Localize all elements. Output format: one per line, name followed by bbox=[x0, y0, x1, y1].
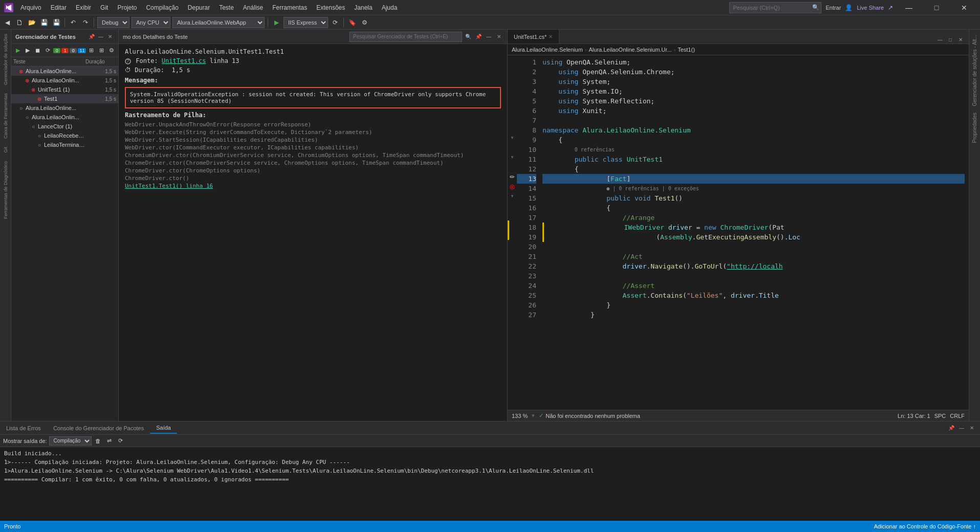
fonte-link[interactable]: UnitTest1.cs bbox=[162, 57, 206, 64]
test-group-btn[interactable]: ⊞ bbox=[97, 46, 106, 55]
config-select[interactable]: Debug bbox=[97, 17, 129, 28]
account-label[interactable]: Entrar bbox=[825, 5, 841, 11]
breadcrumb-item-1[interactable]: Alura.LeilaoOnline.Selenium bbox=[512, 47, 583, 53]
list-item[interactable]: ○ LeilaoTerminaP... bbox=[11, 140, 118, 149]
maximize-button[interactable]: □ bbox=[925, 0, 948, 15]
detail-panel-collapse-btn[interactable]: — bbox=[485, 33, 493, 41]
tab-unittest1[interactable]: UnitTest1.cs* ✕ bbox=[508, 30, 559, 43]
menu-projeto[interactable]: Projeto bbox=[113, 2, 141, 13]
test-settings-btn[interactable]: ⚙ bbox=[107, 46, 116, 55]
detail-panel-search-btn[interactable]: 🔍 bbox=[464, 33, 472, 41]
duracao-row: ⏱ Duração: 1,5 s bbox=[125, 66, 501, 74]
list-item[interactable]: ○ LeilaoRecebeOf... bbox=[11, 131, 118, 140]
test-refresh-btn[interactable]: ⟳ bbox=[43, 46, 53, 55]
test-run-all-btn[interactable]: ▶ bbox=[13, 46, 23, 55]
zoom-level[interactable]: 133 % bbox=[512, 413, 528, 419]
menu-extensoes[interactable]: Extensões bbox=[312, 2, 349, 13]
tab-saida[interactable]: Saída bbox=[150, 423, 177, 434]
toolbar-save-btn[interactable]: 💾 bbox=[39, 17, 49, 28]
toolbar-undo-btn[interactable]: ↶ bbox=[68, 17, 78, 28]
list-item[interactable]: ○ Alura.LeilaoOnline... bbox=[11, 103, 118, 113]
close-button[interactable]: ✕ bbox=[952, 0, 976, 15]
menu-exibir[interactable]: Exibir bbox=[72, 2, 95, 13]
sidebar-ferramentas-diagnostico[interactable]: Ferramentas de Diagnóstico bbox=[2, 157, 9, 223]
code-line: Assert.Contains("Leilões", driver.Title bbox=[542, 291, 965, 300]
test-panel-pin-btn[interactable]: 📌 bbox=[88, 33, 96, 41]
toolbar-save-all-btn[interactable]: 💾 bbox=[51, 17, 61, 28]
list-item[interactable]: ○ LanceCtor (1) bbox=[11, 122, 118, 131]
bottom-close-btn[interactable]: ✕ bbox=[968, 424, 976, 432]
output-word-wrap-btn[interactable]: ⇌ bbox=[105, 436, 114, 446]
sidebar-gerenciador-solucoes[interactable]: Gerenciador de soluções bbox=[2, 30, 9, 89]
menu-janela[interactable]: Janela bbox=[350, 2, 376, 13]
output-source-select[interactable]: Compilação bbox=[49, 436, 92, 446]
editor-close-btn[interactable]: ✕ bbox=[956, 35, 965, 43]
list-item[interactable]: ⊗ Alura.LeilaoOnline... 1,5 s bbox=[11, 66, 118, 76]
tab-lista-erros[interactable]: Lista de Erros bbox=[0, 423, 47, 433]
toolbar-bookmark-btn[interactable]: 🔖 bbox=[347, 17, 357, 28]
list-item[interactable]: ○ Alura.LeilaoOnlin... bbox=[11, 113, 118, 122]
list-item[interactable]: ⊗ Alura.LeilaoOnlin... 1,5 s bbox=[11, 76, 118, 85]
toolbar-open-btn[interactable]: 📂 bbox=[27, 17, 37, 28]
menu-ajuda[interactable]: Ajuda bbox=[378, 2, 402, 13]
menu-analise[interactable]: Análise bbox=[239, 2, 267, 13]
right-label-solucoes[interactable]: Gerenciador de soluções - Alt... bbox=[971, 32, 978, 109]
sidebar-git[interactable]: Git bbox=[2, 143, 9, 157]
test-filter-btn[interactable]: ⊞ bbox=[87, 46, 96, 55]
code-line: using System.IO; bbox=[542, 86, 965, 96]
cursor-position: Ln: 13 Car: 1 bbox=[898, 413, 930, 419]
menu-git[interactable]: Git bbox=[96, 2, 112, 13]
tab-close-btn[interactable]: ✕ bbox=[549, 34, 553, 39]
status-add-source-control[interactable]: Adicionar ao Controle do Código-Fonte ↑ bbox=[874, 523, 976, 529]
stack-link[interactable]: UnitTest1.Test1() linha 16 bbox=[125, 183, 213, 189]
menu-editar[interactable]: Editar bbox=[47, 2, 71, 13]
gutter-fold[interactable]: ▼ bbox=[508, 152, 517, 162]
gutter-fold[interactable]: ▼ bbox=[508, 191, 517, 201]
breadcrumb-item-2[interactable]: Alura.LeilaoOnline.Selenium.Ur... bbox=[589, 47, 671, 53]
test-item-name: Alura.LeilaoOnline... bbox=[26, 105, 85, 111]
menu-teste[interactable]: Teste bbox=[215, 2, 238, 13]
output-clear-btn[interactable]: 🗑 bbox=[94, 436, 103, 446]
editor-collapse-btn[interactable]: — bbox=[936, 35, 944, 43]
cpu-select[interactable]: Any CPU bbox=[132, 17, 170, 28]
detail-panel-pin-btn[interactable]: 📌 bbox=[474, 33, 483, 41]
live-share-label[interactable]: Live Share bbox=[857, 5, 884, 11]
code-content[interactable]: using OpenQA.Selenium; using OpenQA.Sele… bbox=[538, 55, 969, 410]
output-refresh-btn[interactable]: ⟳ bbox=[116, 436, 125, 446]
toolbar-settings-btn[interactable]: ⚙ bbox=[359, 17, 369, 28]
global-search-input[interactable] bbox=[729, 2, 821, 13]
list-item[interactable]: ⊗ Test1 1,5 s bbox=[11, 94, 118, 103]
menu-depurar[interactable]: Depurar bbox=[184, 2, 214, 13]
right-label-propriedades[interactable]: Propriedades bbox=[971, 109, 978, 146]
project-select[interactable]: Alura.LeilaoOnline.WebApp bbox=[172, 17, 265, 28]
toolbar-redo-btn[interactable]: ↷ bbox=[80, 17, 91, 28]
detail-panel-close-btn[interactable]: ✕ bbox=[495, 33, 503, 41]
test-panel-close-btn[interactable]: ✕ bbox=[106, 33, 114, 41]
bottom-collapse-btn[interactable]: — bbox=[957, 424, 966, 432]
server-select[interactable]: IIS Express bbox=[284, 17, 328, 28]
test-run-btn[interactable]: ▶ bbox=[24, 46, 33, 55]
editor-expand-btn[interactable]: □ bbox=[946, 35, 954, 43]
line-ending-label[interactable]: CRLF bbox=[950, 413, 965, 419]
bottom-pin-btn[interactable]: 📌 bbox=[947, 424, 955, 432]
encoding-label[interactable]: SPC bbox=[934, 413, 946, 419]
menu-arquivo[interactable]: Arquivo bbox=[16, 2, 46, 13]
toolbar-play-btn[interactable]: ▶ bbox=[271, 17, 281, 28]
duracao-icon: ⏱ bbox=[125, 66, 131, 74]
sidebar-caixa-ferramentas[interactable]: Caixa de Ferramentas bbox=[2, 89, 9, 143]
list-item[interactable]: ⊗ UnitTest1 (1) 1,5 s bbox=[11, 85, 118, 94]
stack-link-line[interactable]: UnitTest1.Test1() linha 16 bbox=[125, 182, 501, 190]
minimize-button[interactable]: — bbox=[897, 0, 921, 15]
toolbar-new-btn[interactable]: 🗋 bbox=[14, 17, 25, 28]
editor-status-bar: 133 % ▾ ✓ Não foi encontrado nenhum prob… bbox=[508, 410, 969, 421]
breadcrumb-item-3[interactable]: Test1() bbox=[678, 47, 695, 53]
test-stop-btn[interactable]: ◼ bbox=[33, 46, 42, 55]
gutter-fold[interactable]: ▼ bbox=[508, 133, 517, 143]
tab-console-pacotes[interactable]: Console do Gerenciador de Pacotes bbox=[47, 423, 150, 433]
test-panel-collapse-btn[interactable]: — bbox=[97, 33, 105, 41]
toolbar-refresh-btn[interactable]: ⟳ bbox=[330, 17, 340, 28]
menu-compilacao[interactable]: Compilação bbox=[142, 2, 182, 13]
menu-ferramentas[interactable]: Ferramentas bbox=[268, 2, 311, 13]
toolbar-back-btn[interactable]: ◀ bbox=[2, 17, 12, 28]
detail-search-input[interactable] bbox=[350, 32, 462, 42]
